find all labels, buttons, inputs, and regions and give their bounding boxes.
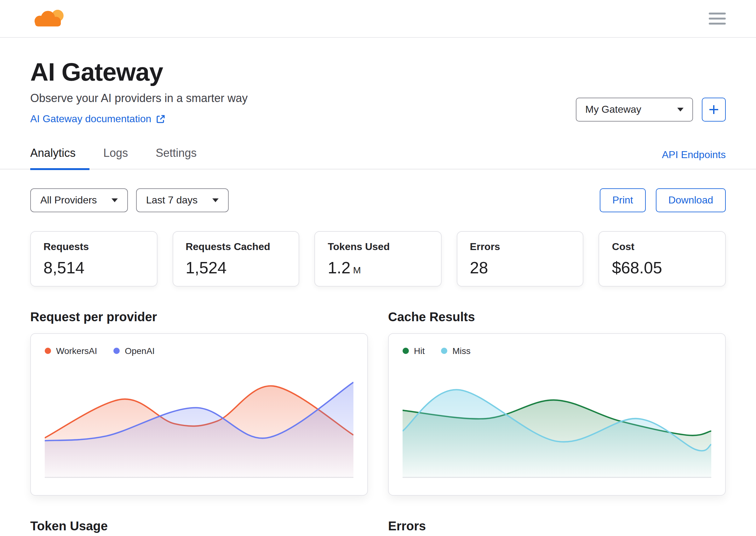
hamburger-menu-icon[interactable] (709, 10, 726, 27)
legend-item-miss: Miss (441, 346, 471, 356)
legend-dot-openai (114, 348, 120, 354)
stat-card-errors: Errors 28 (457, 231, 584, 286)
top-bar (0, 0, 756, 38)
cache-results-section: Cache Results Hit Miss (388, 286, 726, 496)
chevron-down-icon (212, 198, 218, 202)
stat-label: Requests Cached (186, 241, 286, 252)
legend-label: OpenAI (125, 346, 155, 356)
charts-row: Request per provider WorkersAI OpenAI (30, 286, 726, 496)
stat-card-requests: Requests 8,514 (30, 231, 157, 286)
gateway-select[interactable]: My Gateway (576, 98, 693, 121)
legend-label: Hit (414, 346, 425, 356)
cloudflare-cloud-icon (30, 7, 67, 31)
tab-analytics[interactable]: Analytics (30, 146, 89, 170)
page: AI Gateway Observe your AI providers in … (0, 0, 756, 536)
token-usage-section: Token Usage (30, 496, 368, 536)
legend-dot-hit (402, 348, 409, 354)
section-title-token-usage: Token Usage (30, 519, 368, 533)
request-per-provider-section: Request per provider WorkersAI OpenAI (30, 286, 368, 496)
stat-label: Tokens Used (327, 241, 428, 252)
cache-results-card: Hit Miss (388, 333, 726, 496)
stat-card-requests-cached: Requests Cached 1,524 (172, 231, 299, 286)
legend-label: WorkersAI (56, 346, 97, 356)
documentation-link-label: AI Gateway documentation (30, 114, 151, 125)
stat-value: $68.05 (612, 258, 712, 278)
download-button[interactable]: Download (656, 188, 726, 212)
chevron-down-icon (112, 198, 118, 202)
documentation-link[interactable]: AI Gateway documentation (30, 114, 166, 125)
stat-cards: Requests 8,514 Requests Cached 1,524 Tok… (30, 231, 726, 286)
stat-value: 1.2M (327, 258, 428, 278)
page-header-left: AI Gateway Observe your AI providers in … (30, 58, 248, 125)
section-title-request-per-provider: Request per provider (30, 309, 368, 324)
print-button[interactable]: Print (600, 188, 646, 212)
stat-card-tokens-used: Tokens Used 1.2M (314, 231, 441, 286)
cache-results-chart (402, 364, 711, 483)
external-link-icon (155, 114, 166, 124)
legend-label: Miss (452, 346, 471, 356)
errors-section: Errors (388, 496, 726, 536)
tab-list: Analytics Logs Settings (30, 146, 210, 169)
cloudflare-logo[interactable] (30, 7, 67, 31)
stat-label: Errors (470, 241, 570, 252)
date-range-dropdown[interactable]: Last 7 days (136, 188, 229, 212)
chart-legend: Hit Miss (402, 345, 711, 356)
main-content: All Providers Last 7 days Print Download… (0, 188, 756, 536)
page-header-right: My Gateway (576, 94, 726, 125)
page-title: AI Gateway (30, 58, 248, 86)
section-title-errors: Errors (388, 519, 726, 533)
stat-value: 8,514 (44, 258, 144, 278)
legend-dot-miss (441, 348, 447, 354)
section-title-cache-results: Cache Results (388, 309, 726, 324)
tab-bar: Analytics Logs Settings API Endpoints (0, 146, 756, 169)
provider-filter-value: All Providers (40, 195, 97, 206)
chevron-down-icon (677, 108, 684, 112)
legend-item-hit: Hit (402, 346, 425, 356)
legend-item-openai: OpenAI (114, 346, 155, 356)
stat-label: Cost (612, 241, 712, 252)
bottom-sections-row: Token Usage Errors (30, 496, 726, 536)
stat-label: Requests (44, 241, 144, 252)
stat-value: 1,524 (186, 258, 286, 278)
page-header: AI Gateway Observe your AI providers in … (0, 38, 756, 125)
provider-filter-dropdown[interactable]: All Providers (30, 188, 128, 212)
legend-item-workersai: WorkersAI (45, 346, 97, 356)
add-gateway-button[interactable] (702, 98, 726, 121)
toolbar-actions: Print Download (600, 188, 726, 212)
request-per-provider-chart (45, 364, 354, 483)
stat-value: 28 (470, 258, 570, 278)
tab-settings[interactable]: Settings (142, 146, 210, 170)
plus-icon (708, 104, 719, 115)
tab-logs[interactable]: Logs (89, 146, 142, 170)
date-range-value: Last 7 days (146, 195, 198, 206)
analytics-toolbar: All Providers Last 7 days Print Download (30, 188, 726, 212)
legend-dot-workersai (45, 348, 51, 354)
stat-card-cost: Cost $68.05 (599, 231, 726, 286)
chart-legend: WorkersAI OpenAI (45, 345, 354, 356)
api-endpoints-link[interactable]: API Endpoints (662, 149, 726, 169)
request-per-provider-card: WorkersAI OpenAI (30, 333, 368, 496)
gateway-select-value: My Gateway (585, 104, 641, 115)
filters: All Providers Last 7 days (30, 188, 228, 212)
page-subtitle: Observe your AI providers in a smarter w… (30, 91, 248, 106)
